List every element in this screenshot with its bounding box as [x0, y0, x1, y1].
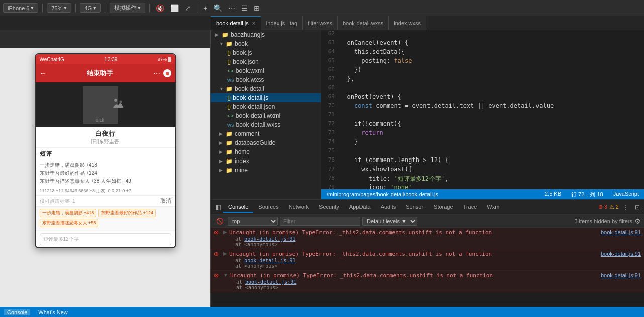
devtools-tab-sensor[interactable]: Sensor — [401, 202, 428, 213]
svg-point-1 — [119, 101, 122, 103]
expand-arrow: ▶ — [219, 140, 224, 145]
code-statusbar: /miniprogram/pages/book-detail/book-deta… — [321, 189, 644, 199]
devtools-tab-storage[interactable]: Storage — [428, 202, 458, 213]
separator-5 — [197, 4, 197, 13]
tree-item-book-wxss[interactable]: ws book.wxss — [211, 75, 321, 84]
console-messages: ⊗ ▶ Uncaught (in promise) TypeError: _th… — [211, 228, 644, 304]
tree-label: home — [235, 148, 250, 155]
tree-item-mine[interactable]: ▶ 📁 mine — [211, 166, 321, 175]
tab-index-js[interactable]: index.js - tag — [261, 16, 303, 30]
more-icon[interactable]: ⋯ — [226, 3, 237, 13]
rotate-icon[interactable]: ⤢ — [183, 3, 193, 13]
tree-label: book-detail.wxss — [236, 121, 280, 128]
close-icon-1[interactable]: ✕ — [252, 21, 256, 26]
zoom-selector[interactable]: 75% ▾ — [47, 3, 71, 13]
svg-point-0 — [114, 99, 117, 102]
sound-icon[interactable]: 🔇 — [154, 3, 166, 13]
tab-label-3: filter.wxss — [308, 20, 332, 26]
tree-item-book-detail-json[interactable]: {} book-detail.json — [211, 102, 321, 111]
bottom-tab-whatsnew[interactable]: What's New — [35, 309, 70, 315]
tree-item-index[interactable]: ▶ 📁 index — [211, 156, 321, 166]
folder-icon: 📁 — [222, 32, 229, 38]
console-source-3[interactable]: book-detail.js:91 — [581, 272, 641, 278]
battery-icon: ▓ — [168, 57, 171, 62]
device-selector[interactable]: iPhone 6 ▾ — [3, 3, 38, 13]
console-msg-2: Uncaught (in promise) TypeError: _this2.… — [229, 251, 581, 269]
devtools-dock-icon[interactable]: ◧ — [213, 202, 223, 212]
clear-console-icon[interactable]: 🚫 — [214, 217, 226, 226]
console-source-1[interactable]: book-detail.js:91 — [581, 229, 641, 235]
code-line: 62 — [321, 30, 644, 39]
stack-link-3[interactable]: book-detail.js:91 — [245, 279, 296, 285]
tab-book-detail-wxss[interactable]: book-detail.wxss — [338, 16, 389, 30]
devtools-tab-security[interactable]: Security — [314, 202, 344, 213]
phone-tag-3[interactable]: 东野圭吾描述恶毒女人 +55 — [40, 219, 99, 227]
tree-item-book-detail-js[interactable]: {} book-detail.js — [211, 93, 321, 102]
code-line: 74 } — [321, 138, 644, 147]
devtools-tab-sources[interactable]: Sources — [253, 202, 283, 213]
back-icon[interactable]: ← — [40, 69, 47, 77]
folder-icon: 📁 — [226, 140, 233, 146]
tree-item-home[interactable]: ▶ 📁 home — [211, 147, 321, 156]
tree-item-book-detail-wxml[interactable]: <> book-detail.wxml — [211, 111, 321, 120]
menu-icon[interactable]: ⋯ — [153, 69, 160, 77]
tree-item-baozhuangjs[interactable]: ▶ 📁 baozhuangjs — [211, 30, 321, 39]
phone-toolbar — [0, 30, 210, 48]
tree-item-book-wxml[interactable]: <> book.wxml — [211, 66, 321, 75]
devtools-tab-console[interactable]: Console — [223, 202, 253, 213]
tab-book-detail-js[interactable]: book-detail.js ✕ — [211, 16, 261, 30]
code-editor[interactable]: 62 63 onCancel(event) {64 this.setData({… — [321, 30, 644, 189]
layout-icon[interactable]: ☰ — [239, 3, 250, 13]
tree-item-book-detail-wxss[interactable]: ws book-detail.wxss — [211, 120, 321, 129]
stack-link-2[interactable]: book-detail.js:91 — [244, 258, 295, 263]
console-source-2[interactable]: book-detail.js:91 — [581, 251, 641, 257]
phone-reviews-list: 一步走错，满盘阴影 +418 东野圭吾最好的作品 +124 东野圭吾描述恶毒女人… — [36, 161, 175, 187]
phone-cancel-button[interactable]: 取消 — [160, 197, 171, 205]
phone-tag-1[interactable]: 一步走错，满盘阴影 +418 — [40, 209, 97, 217]
devtools-panel: ◧ Console Sources Network Security AppDa… — [211, 199, 644, 317]
devtools-tab-trace[interactable]: Trace — [458, 202, 482, 213]
stack-link-1[interactable]: book-detail.js:91 — [244, 236, 295, 242]
console-filter-input[interactable] — [280, 217, 360, 226]
popout-icon[interactable]: ⊡ — [633, 203, 642, 212]
context-selector[interactable]: top — [228, 217, 278, 226]
tree-item-book-json[interactable]: {} book.json — [211, 57, 321, 66]
expand-icon-2[interactable]: ▶ — [223, 251, 227, 256]
tab-filter-wxss[interactable]: filter.wxss — [303, 16, 338, 30]
devtools-tabs: ◧ Console Sources Network Security AppDa… — [211, 200, 644, 215]
more-options-icon[interactable]: ⋮ — [621, 203, 631, 212]
expand-icon-1[interactable]: ▶ — [223, 229, 227, 235]
code-line: 68 — [321, 84, 644, 93]
tree-item-book-js[interactable]: {} book.js — [211, 48, 321, 57]
line-number: 75 — [321, 147, 340, 154]
devtools-tab-appdata[interactable]: AppData — [344, 202, 376, 213]
folder-icon: 📁 — [226, 86, 233, 92]
line-number: 79 — [321, 184, 340, 189]
wxss-icon: ws — [227, 77, 234, 83]
mode-selector[interactable]: 模拟操作 ▾ — [110, 3, 145, 13]
level-selector[interactable]: Default levels ▼ — [362, 217, 417, 226]
expand-icon-3[interactable]: ▼ — [223, 272, 228, 278]
tab-index-wxss[interactable]: index.wxss — [389, 16, 426, 30]
devtools-tab-audits[interactable]: Audits — [376, 202, 401, 213]
screen-icon[interactable]: ⬜ — [168, 3, 181, 13]
tree-item-book-detail[interactable]: ▼ 📁 book-detail — [211, 84, 321, 93]
tree-label: book.wxss — [236, 76, 264, 83]
network-selector[interactable]: 4G ▾ — [80, 3, 101, 13]
settings-icon[interactable]: ⚙ — [634, 217, 641, 225]
file-size: 2.5 KB — [545, 191, 561, 198]
devtools-tab-network[interactable]: Network — [284, 202, 314, 213]
devtools-tab-wxml[interactable]: Wxml — [482, 202, 506, 213]
dots-icon[interactable]: ⊕ — [163, 69, 171, 77]
tree-item-book[interactable]: ▼ 📁 book — [211, 39, 321, 48]
add-button[interactable]: + — [201, 3, 209, 13]
phone-input-area[interactable]: 短评最多12个字 — [40, 233, 171, 245]
bottom-tab-console[interactable]: Console — [4, 309, 30, 315]
search-icon[interactable]: 🔍 — [211, 3, 224, 13]
console-error-2: ⊗ ▶ Uncaught (in promise) TypeError: _th… — [211, 249, 644, 271]
phone-tag-2[interactable]: 东野圭吾最好的作品 +124 — [98, 209, 156, 217]
expand-arrow: ▶ — [219, 168, 224, 173]
tree-item-comment[interactable]: ▶ 📁 comment — [211, 129, 321, 138]
split-icon[interactable]: ⊞ — [252, 3, 262, 13]
tree-item-database[interactable]: ▶ 📁 databaseGuide — [211, 138, 321, 147]
